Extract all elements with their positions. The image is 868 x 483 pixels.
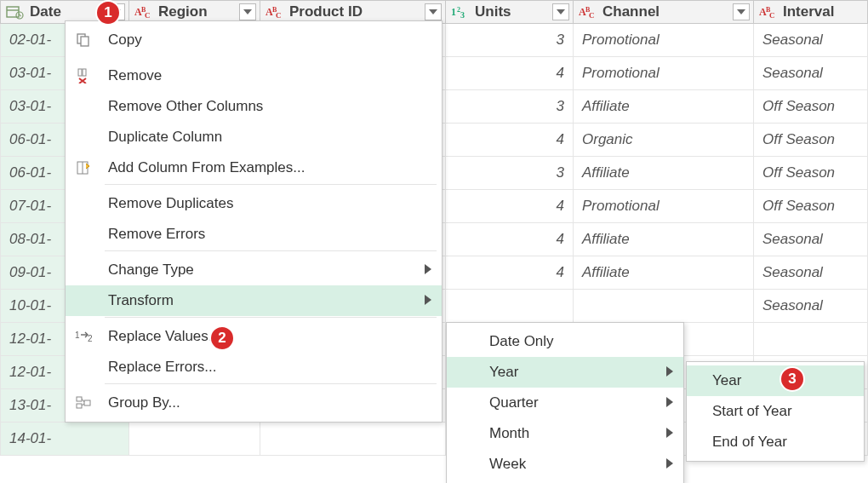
menu-label: Duplicate Column [108,129,222,146]
submenu-quarter[interactable]: Quarter [447,388,683,418]
menu-label: Replace Errors... [108,359,217,376]
submenu-arrow-icon [666,425,673,442]
svg-text:C: C [145,11,151,20]
date-type-icon [6,4,25,20]
svg-text:C: C [276,11,282,20]
menu-remove-errors[interactable]: Remove Errors [66,219,442,250]
text-type-icon: ABC [134,4,153,20]
menu-duplicate[interactable]: Duplicate Column [66,122,442,152]
column-label: Interval [783,3,834,20]
submenu-arrow-icon [425,262,431,279]
cell-units[interactable]: 4 [446,57,574,90]
replace-values-icon: 12 [74,327,93,346]
callout-badge-1: 1 [95,0,121,26]
menu-replace-errors[interactable]: Replace Errors... [66,352,442,382]
svg-line-4 [20,15,21,16]
menu-remove[interactable]: Remove [66,60,442,91]
column-header-channel[interactable]: ABC Channel [574,0,754,24]
submenu-week[interactable]: Week [447,449,683,480]
menu-transform[interactable]: Transform [66,285,442,316]
cell-interval[interactable]: Seasonal [754,256,868,290]
svg-text:C: C [769,11,775,20]
svg-text:1: 1 [451,6,456,18]
menu-change-type[interactable]: Change Type [66,255,442,285]
text-type-icon: ABC [759,4,778,20]
svg-rect-0 [7,7,19,17]
group-by-icon [74,394,93,412]
cell-units[interactable]: 4 [446,223,574,256]
menu-replace-values[interactable]: 12 Replace Values... [66,321,442,352]
svg-text:2: 2 [88,334,92,343]
filter-button[interactable] [425,3,442,20]
column-label: Channel [602,3,660,20]
menu-label: Start of Year [712,403,792,420]
cell-product[interactable] [260,423,446,456]
cell-region[interactable] [129,423,260,456]
column-header-units[interactable]: 123 Units [446,0,574,24]
cell-channel[interactable]: Affiliate [574,223,754,256]
submenu-date-only[interactable]: Date Only [447,326,683,357]
svg-text:C: C [589,11,595,20]
cell-units[interactable]: 3 [446,90,574,124]
cell-interval[interactable]: Seasonal [754,223,868,256]
cell-channel[interactable]: Promotional [574,57,754,90]
cell-date[interactable]: 14-01- [0,423,129,456]
cell-units[interactable]: 4 [446,124,574,157]
menu-group-by[interactable]: Group By... [66,388,442,418]
submenu-start-of-year[interactable]: Start of Year [687,396,864,427]
cell-interval[interactable] [754,323,868,356]
column-header-interval[interactable]: ABC Interval [754,0,868,24]
cell-interval[interactable]: Off Season [754,124,868,157]
menu-label: Date Only [489,333,554,350]
cell-interval[interactable]: Seasonal [754,24,868,57]
submenu-year[interactable]: Year [447,357,683,388]
svg-text:3: 3 [460,10,465,20]
cell-units[interactable]: 3 [446,157,574,190]
svg-rect-28 [77,397,82,401]
cell-units[interactable]: 3 [446,24,574,57]
cell-interval[interactable]: Off Season [754,157,868,190]
callout-badge-3: 3 [779,366,805,392]
cell-channel[interactable]: Organic [574,124,754,157]
cell-interval[interactable]: Off Season [754,90,868,124]
text-type-icon: ABC [579,4,597,20]
menu-label: Change Type [108,262,194,279]
menu-label: Remove Errors [108,226,205,243]
filter-button[interactable] [552,3,569,20]
filter-button[interactable] [239,3,256,20]
cell-channel[interactable] [574,290,754,323]
svg-rect-22 [78,69,82,76]
submenu-transform: Date Only Year Quarter Month Week [446,322,684,483]
svg-rect-30 [84,400,90,405]
cell-channel[interactable]: Affiliate [574,90,754,124]
cell-channel[interactable]: Affiliate [574,157,754,190]
callout-badge-2: 2 [209,325,235,351]
cell-units[interactable] [446,290,574,323]
submenu-arrow-icon [666,394,673,411]
cell-units[interactable]: 4 [446,190,574,223]
cell-interval[interactable]: Seasonal [754,57,868,90]
add-column-icon [74,158,93,177]
menu-label: Remove [108,67,162,84]
cell-interval[interactable]: Off Season [754,190,868,223]
filter-button[interactable] [733,3,750,20]
menu-remove-other[interactable]: Remove Other Columns [66,91,442,122]
menu-remove-duplicates[interactable]: Remove Duplicates [66,188,442,219]
cell-interval[interactable]: Seasonal [754,290,868,323]
copy-icon [74,31,93,49]
menu-copy[interactable]: Copy [66,25,442,55]
menu-label: Year [489,364,518,381]
submenu-arrow-icon [425,292,431,309]
menu-label: Transform [108,292,174,309]
cell-units[interactable]: 4 [446,256,574,290]
remove-column-icon [74,66,93,85]
cell-channel[interactable]: Promotional [574,24,754,57]
column-label: Region [158,3,208,20]
submenu-end-of-year[interactable]: End of Year [687,427,864,457]
submenu-month[interactable]: Month [447,418,683,449]
cell-channel[interactable]: Affiliate [574,256,754,290]
menu-add-from-examples[interactable]: Add Column From Examples... [66,152,442,183]
submenu-year-year[interactable]: Year [687,365,864,396]
context-menu: Copy Remove Remove Other Columns Duplica… [65,20,443,423]
cell-channel[interactable]: Promotional [574,190,754,223]
